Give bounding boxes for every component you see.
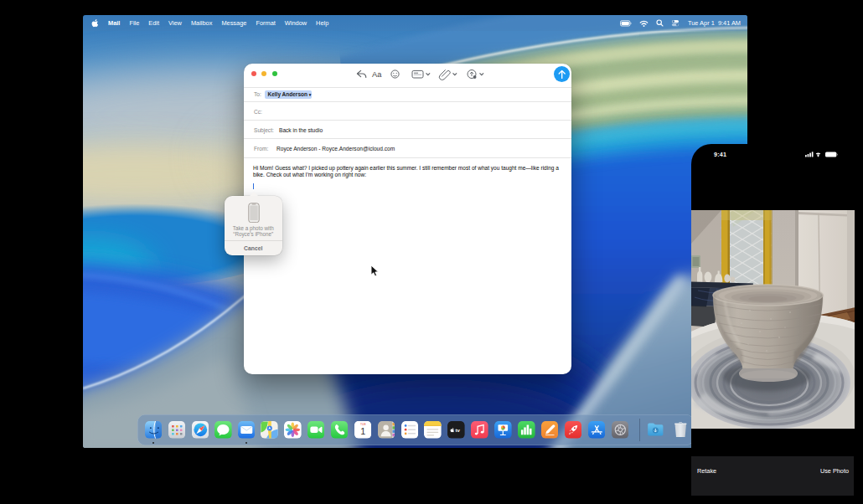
svg-text:Aa: Aa (372, 70, 382, 79)
svg-text:1: 1 (360, 426, 365, 436)
svg-text:tv: tv (456, 427, 461, 433)
